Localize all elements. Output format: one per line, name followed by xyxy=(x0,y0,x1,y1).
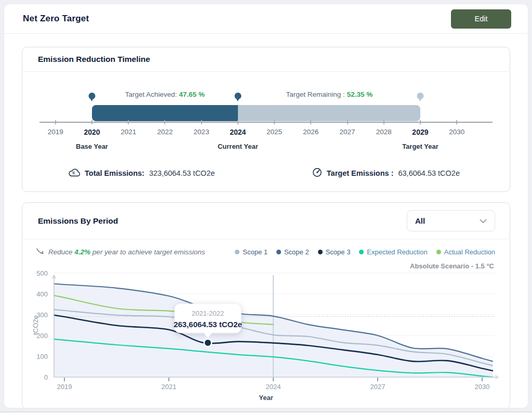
reduction-note-pct: 4.2% xyxy=(74,248,90,256)
legend-dot-scope-3 xyxy=(318,250,323,254)
page-title: Net Zero Target xyxy=(23,14,89,24)
timeline-axis xyxy=(39,122,492,123)
legend-label-expected-reduction: Expected Reduction xyxy=(367,248,427,256)
legend-dot-scope-1 xyxy=(235,250,240,254)
timeline-tick xyxy=(456,120,457,124)
tooltip-data-point[interactable] xyxy=(204,339,211,346)
timeline-tick xyxy=(55,120,56,124)
target-year-pin-icon xyxy=(417,93,423,99)
emission-reduction-timeline-card: Emission Reduction Timeline Target Achie… xyxy=(22,47,510,192)
timeline-card-head: Emission Reduction Timeline xyxy=(22,47,510,72)
timeline-year-2024: 2024 xyxy=(230,128,246,136)
x-tick-label-2024: 2024 xyxy=(265,383,281,391)
legend-dot-actual-reduction xyxy=(436,250,441,254)
target-year-label: Target Year xyxy=(402,143,438,150)
legend-item-actual-reduction[interactable]: Actual Reduction xyxy=(436,248,495,256)
legend-dot-expected-reduction xyxy=(359,250,364,254)
target-achieved-label: Target Achieved:47.65 % xyxy=(125,91,205,98)
timeline-tick xyxy=(310,120,311,124)
timeline-year-2027: 2027 xyxy=(339,128,355,136)
timeline-year-2026: 2026 xyxy=(303,128,318,136)
total-emissions-value: 323,6064.53 tCO2e xyxy=(149,169,215,177)
timeline-tick xyxy=(128,120,129,124)
window-bottom-edge xyxy=(0,411,532,412)
y-tick-label-0: 0 xyxy=(44,373,47,381)
timeline-tick xyxy=(201,120,202,124)
timeline-year-2023: 2023 xyxy=(194,128,209,136)
timeline-progress-bar xyxy=(92,105,420,121)
timeline-year-2019: 2019 xyxy=(48,128,63,136)
gauge-icon xyxy=(312,167,322,179)
legend-label-scope-3: Scope 3 xyxy=(326,248,351,256)
legend-label-scope-2: Scope 2 xyxy=(284,248,309,256)
period-filter-value: All xyxy=(415,216,425,225)
total-emissions: c Total Emissions: 323,6064.53 tCO2e xyxy=(68,167,215,179)
y-tick-label-500: 500 xyxy=(36,271,48,277)
x-tick-label-2019: 2019 xyxy=(57,383,72,391)
target-achieved-value: 47.65 % xyxy=(179,91,205,98)
net-zero-panel: Net Zero Target Edit Emission Reduction … xyxy=(4,4,528,408)
target-emissions: Target Emissions : 63,6064.53 tCO2e xyxy=(312,167,460,179)
cloud-icon: c xyxy=(68,169,80,178)
edit-button[interactable]: Edit xyxy=(451,9,511,29)
x-axis-title: Year xyxy=(22,392,510,408)
timeline-tick xyxy=(274,120,275,124)
timeline-tick xyxy=(91,120,92,124)
totals-row: c Total Emissions: 323,6064.53 tCO2e Tar… xyxy=(22,156,510,191)
target-remaining-label: Target Remaining :52.35 % xyxy=(286,91,373,98)
timeline-tick xyxy=(383,120,384,124)
timeline-year-2021: 2021 xyxy=(121,128,136,136)
chart-area: 201920212024202720300100200300400500tCO2… xyxy=(22,271,510,392)
legend-item-scope-3[interactable]: Scope 3 xyxy=(318,248,351,256)
panel-header: Net Zero Target Edit xyxy=(4,4,528,34)
timeline-achieved-segment xyxy=(92,105,238,121)
y-tick-label-100: 100 xyxy=(36,353,48,360)
chevron-down-icon xyxy=(480,216,487,226)
scenario-label: Absolute Scenario - 1.5 °C xyxy=(22,256,510,270)
reduction-note-text: Reduce 4.2% per year to achieve target e… xyxy=(48,248,205,256)
base-year-pin-icon xyxy=(88,93,95,99)
timeline: Target Achieved:47.65 % Target Remaining… xyxy=(46,79,486,153)
legend-label-actual-reduction: Actual Reduction xyxy=(444,248,495,256)
target-emissions-value: 63,6064.53 tCO2e xyxy=(398,169,460,177)
timeline-tick xyxy=(164,120,165,124)
emissions-by-period-card: Emissions By Period All Reduce 4.2% xyxy=(22,202,510,408)
emissions-card-title: Emissions By Period xyxy=(38,216,118,226)
chart-legend: Scope 1Scope 2Scope 3Expected ReductionA… xyxy=(235,248,495,256)
target-remaining-value: 52.35 % xyxy=(347,91,373,98)
reduction-note: Reduce 4.2% per year to achieve target e… xyxy=(36,248,205,256)
tooltip-title: 2021-2022 xyxy=(191,309,223,317)
x-tick-label-2021: 2021 xyxy=(161,383,176,391)
timeline-year-2022: 2022 xyxy=(157,128,172,136)
timeline-year-2029: 2029 xyxy=(412,128,428,136)
tooltip-value: 263,6064.53 tCO2e xyxy=(174,320,242,329)
legend-item-scope-1[interactable]: Scope 1 xyxy=(235,248,268,256)
target-achieved-text: Target Achieved: xyxy=(125,91,177,98)
emissions-chart: 201920212024202720300100200300400500tCO2… xyxy=(31,271,501,392)
svg-text:c: c xyxy=(72,170,75,175)
timeline-year-2020: 2020 xyxy=(84,128,100,136)
y-axis-title: tCO2e xyxy=(32,315,39,335)
panel-body: Emission Reduction Timeline Target Achie… xyxy=(4,34,528,408)
target-emissions-label: Target Emissions : xyxy=(327,169,394,177)
timeline-year-2028: 2028 xyxy=(376,128,392,136)
timeline-year-2030: 2030 xyxy=(449,128,464,136)
timeline-card-title: Emission Reduction Timeline xyxy=(38,55,150,64)
target-remaining-text: Target Remaining : xyxy=(286,91,344,98)
current-year-pin-icon xyxy=(234,93,241,99)
legend-item-expected-reduction[interactable]: Expected Reduction xyxy=(359,248,427,256)
timeline-tick xyxy=(237,120,238,124)
timeline-tick xyxy=(420,120,421,124)
note-legend-row: Reduce 4.2% per year to achieve target e… xyxy=(22,239,510,256)
y-tick-label-400: 400 xyxy=(36,290,48,298)
period-filter-select[interactable]: All xyxy=(407,210,495,231)
base-year-label: Base Year xyxy=(76,143,108,150)
timeline-year-2025: 2025 xyxy=(267,128,282,136)
trend-down-arrow-icon xyxy=(36,248,44,256)
legend-label-scope-1: Scope 1 xyxy=(243,248,268,256)
legend-item-scope-2[interactable]: Scope 2 xyxy=(276,248,309,256)
emissions-card-head: Emissions By Period All xyxy=(22,203,510,239)
current-year-label: Current Year xyxy=(218,143,258,150)
x-tick-label-2030: 2030 xyxy=(474,383,489,391)
legend-dot-scope-2 xyxy=(276,250,281,254)
